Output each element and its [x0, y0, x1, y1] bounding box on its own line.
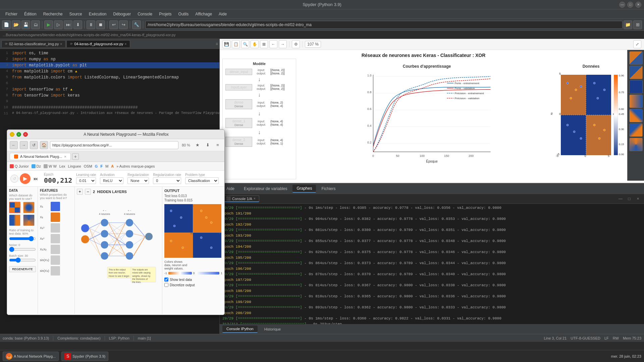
add-layer-button[interactable]: +: [77, 189, 83, 195]
bookmark-star-icon[interactable]: ★: [194, 141, 202, 149]
playground-play-button[interactable]: ▶: [20, 173, 31, 184]
browser-tab-active[interactable]: A Neural Network Playg... ×: [10, 153, 71, 160]
bookmark-osm[interactable]: OSM: [84, 164, 92, 168]
tab-files[interactable]: Fichiers: [317, 185, 339, 192]
console-tab[interactable]: ⬛ Console 1/A ×: [222, 195, 259, 202]
menu-edition[interactable]: Édition: [21, 11, 39, 17]
bookmark-autres[interactable]: » Autres marque-pages: [116, 164, 155, 168]
thumbnail-6[interactable]: [629, 123, 643, 137]
thumbnail-1[interactable]: [629, 51, 643, 65]
save-button[interactable]: 💾: [21, 20, 30, 29]
console-close-button[interactable]: ×: [254, 197, 256, 200]
menu-aide[interactable]: Aide: [216, 11, 229, 17]
debugger-button[interactable]: 🔧: [132, 20, 141, 29]
menu-projets[interactable]: Projets: [156, 11, 174, 17]
browser-back-button[interactable]: ←: [10, 141, 18, 149]
batch-size-slider[interactable]: [9, 257, 36, 263]
tab-explorer[interactable]: Explorateur de variables: [240, 185, 291, 192]
problem-type-select[interactable]: Classification Regression: [185, 177, 219, 184]
browser-menu-icon[interactable]: ≡: [214, 141, 222, 149]
tabs-menu[interactable]: ≡: [216, 42, 218, 46]
browser-forward-button[interactable]: →: [20, 141, 28, 149]
dataset-spiral[interactable]: [23, 215, 35, 226]
bookmark-a[interactable]: A: [111, 164, 114, 168]
plot-copy-button[interactable]: 📋: [232, 40, 240, 48]
menu-recherche[interactable]: Recherche: [41, 11, 65, 17]
bookmark-f[interactable]: F: [100, 164, 103, 168]
menu-execution[interactable]: Exécution: [86, 11, 109, 17]
menu-console[interactable]: Console: [135, 11, 155, 17]
plot-zoom-button[interactable]: 🔍: [241, 40, 249, 48]
playground-reset-button[interactable]: ↺: [10, 175, 18, 183]
browser-close-button[interactable]: ×: [23, 132, 28, 137]
options-button[interactable]: ⊞: [633, 20, 642, 29]
tab-aide[interactable]: Aide: [222, 185, 238, 192]
tab-close-1[interactable]: ×: [60, 42, 62, 46]
console-output[interactable]: 29/29 [============================] - 0…: [220, 204, 644, 324]
discretize-output-checkbox[interactable]: [164, 283, 168, 287]
plot-forward-button[interactable]: →: [279, 40, 287, 48]
dataset-xor[interactable]: [9, 202, 20, 213]
menu-fichier[interactable]: Fichier: [3, 11, 20, 17]
bookmark-lex[interactable]: Lex: [59, 164, 65, 168]
undo-button[interactable]: ↩: [109, 20, 118, 29]
plot-expand-button[interactable]: ⤢: [633, 40, 641, 48]
taskbar-item-firefox[interactable]: 🦊 A Neural Network Playg...: [3, 352, 59, 361]
browser-tab-close[interactable]: ×: [64, 155, 66, 159]
menu-outils[interactable]: Outils: [176, 11, 192, 17]
tab-historique[interactable]: Historique: [260, 326, 285, 333]
path-input[interactable]: [145, 21, 623, 29]
save-all-button[interactable]: 🗂: [31, 20, 40, 29]
pause-button[interactable]: ⏸: [87, 20, 95, 29]
url-bar[interactable]: [50, 141, 178, 149]
step-button[interactable]: ⬇: [73, 20, 82, 29]
bookmark-w[interactable]: W W: [44, 164, 57, 168]
tab-close-2[interactable]: ×: [125, 42, 127, 46]
thumbnail-3[interactable]: [629, 80, 643, 94]
thumbnail-5[interactable]: [629, 109, 643, 122]
plot-home-button[interactable]: ⊠: [260, 40, 268, 48]
dataset-gauss[interactable]: [9, 215, 20, 226]
console-close-all-button[interactable]: ×: [635, 195, 641, 202]
new-file-button[interactable]: 📄: [2, 20, 11, 29]
bookmark-m[interactable]: M: [105, 164, 108, 168]
menu-affichage[interactable]: Affichage: [193, 11, 215, 17]
thumbnail-7[interactable]: [629, 138, 643, 151]
tab-graphs[interactable]: Graphes: [292, 185, 316, 193]
browser-minimize-button[interactable]: —: [10, 132, 14, 137]
minimize-button[interactable]: —: [619, 2, 625, 8]
thumbnail-2[interactable]: [629, 66, 643, 79]
activation-select[interactable]: ReLU Tanh Sigmoid: [100, 177, 123, 184]
run-cell-next-button[interactable]: ⏭: [64, 20, 72, 29]
browser-refresh-button[interactable]: ↺: [30, 141, 38, 149]
tab-keras-playground[interactable]: ⟳ 04-keras-tf_playground-xor.py ×: [66, 40, 130, 47]
console-minimize-button[interactable]: —: [617, 195, 624, 202]
thumbnail-4[interactable]: [629, 95, 643, 108]
plot-back-button[interactable]: ←: [269, 40, 277, 48]
bookmark-dz[interactable]: Dz: [32, 164, 41, 168]
playground-step-button[interactable]: ⏭: [32, 175, 40, 183]
bookmark-g[interactable]: G: [95, 164, 98, 168]
remove-layer-button[interactable]: −: [85, 189, 91, 195]
plot-options-button[interactable]: ⚙: [292, 40, 300, 48]
open-file-button[interactable]: 📂: [12, 20, 20, 29]
download-icon[interactable]: ⬇: [204, 141, 212, 149]
browser-maximize-button[interactable]: +: [16, 132, 21, 137]
bookmark-linguee[interactable]: Linguee: [68, 164, 81, 168]
ratio-slider[interactable]: [9, 236, 36, 241]
plot-pan-button[interactable]: ✋: [251, 40, 259, 48]
menu-debuguer[interactable]: Déboguer: [110, 11, 133, 17]
regularization-select[interactable]: None L1 L2: [127, 177, 149, 184]
noise-slider[interactable]: [9, 247, 36, 252]
taskbar-item-spyder[interactable]: S Spyder (Python 3.9): [61, 352, 108, 361]
learning-rate-select[interactable]: 0.01 0.001 0.1: [76, 177, 96, 184]
regenerate-button[interactable]: REGENERATE: [9, 266, 36, 272]
close-button[interactable]: ✕: [635, 2, 641, 8]
bookmark-q-junior[interactable]: Q Junior: [10, 164, 29, 168]
plot-save-button[interactable]: 💾: [222, 40, 230, 48]
maximize-button[interactable]: □: [627, 2, 633, 8]
tab-console-ipython[interactable]: Console IPython: [222, 325, 258, 333]
browser-new-tab-button[interactable]: +: [72, 153, 79, 160]
browser-home-button[interactable]: 🏠: [40, 141, 48, 149]
tab-keras-classificateur[interactable]: ⟳ 02-keras-classificateur_img.py ×: [1, 40, 66, 47]
